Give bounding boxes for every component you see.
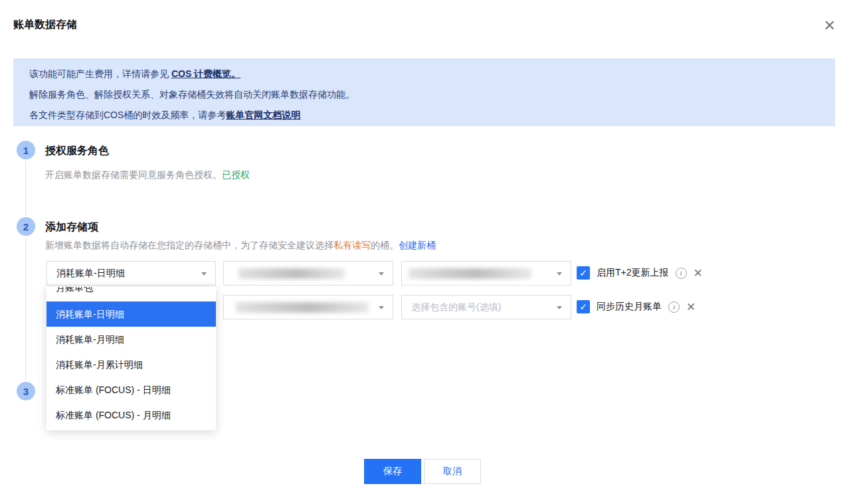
step-2-desc-suffix: 的桶。	[371, 240, 399, 250]
dropdown-option[interactable]: 消耗账单-月累计明细	[47, 352, 216, 377]
step-2-title: 添加存储项	[45, 220, 98, 234]
cos-billing-link[interactable]: COS 计费概览。	[171, 68, 240, 79]
chevron-down-icon	[557, 306, 562, 309]
bill-type-dropdown-panel: 月账单包 消耗账单-日明细 消耗账单-月明细 消耗账单-月累计明细 标准账单 (…	[47, 287, 216, 430]
cancel-button[interactable]: 取消	[424, 459, 481, 484]
account-select-row2[interactable]: 选择包含的账号(选填)	[401, 295, 571, 319]
save-button[interactable]: 保存	[364, 459, 421, 484]
banner-line3-text: 各文件类型存储到COS桶的时效及频率，请参考	[29, 110, 226, 120]
check-icon: ✓	[579, 268, 587, 278]
dropdown-option-partial[interactable]: 月账单包	[47, 287, 216, 301]
step-connector-1	[25, 161, 26, 216]
check-icon: ✓	[579, 301, 587, 312]
banner-line-1: 该功能可能产生费用，详情请参见 COS 计费概览。	[29, 64, 819, 84]
step-2-badge: 2	[17, 217, 35, 236]
banner-line-3: 各文件类型存储到COS桶的时效及频率，请参考账单官网文档说明	[29, 105, 819, 126]
step-connector-2	[25, 238, 26, 380]
chevron-down-icon	[201, 272, 207, 276]
info-banner: 该功能可能产生费用，详情请参见 COS 计费概览。 解除服务角色、解除授权关系、…	[13, 58, 835, 126]
private-rw-highlight: 私有读写	[333, 240, 371, 250]
bill-type-select[interactable]: 消耗账单-日明细	[47, 261, 216, 286]
dropdown-option-label: 月账单包	[56, 287, 93, 300]
sync-history-label: 同步历史月账单	[597, 301, 662, 313]
bill-docs-link[interactable]: 账单官网文档说明	[226, 110, 300, 120]
remove-row-icon[interactable]: ✕	[686, 301, 696, 313]
censored-account-name	[409, 268, 531, 279]
t2-update-check-row: ✓ 启用T+2更新上报 i ✕	[577, 266, 703, 280]
dropdown-option[interactable]: 标准账单 (FOCUS) - 月明细	[47, 402, 216, 428]
sync-history-checkbox[interactable]: ✓	[577, 300, 590, 313]
bill-data-storage-modal: 账单数据存储 ✕ 该功能可能产生费用，详情请参见 COS 计费概览。 解除服务角…	[0, 0, 853, 504]
dropdown-option[interactable]: 消耗账单-月明细	[47, 327, 216, 352]
step-1-title: 授权服务角色	[45, 144, 109, 158]
step-3-badge: 3	[17, 382, 35, 400]
account-select-row1[interactable]	[401, 261, 571, 286]
page-title: 账单数据存储	[13, 18, 77, 32]
step-1-desc-text: 开启账单数据存储需要同意服务角色授权。	[45, 169, 222, 180]
authorized-status: 已授权	[222, 169, 250, 180]
step-2-description: 新增账单数据将自动存储在您指定的存储桶中，为了存储安全建议选择私有读写的桶。创建…	[45, 240, 436, 252]
bucket-select-row1[interactable]	[223, 261, 393, 286]
step-2-desc-text: 新增账单数据将自动存储在您指定的存储桶中，为了存储安全建议选择	[45, 240, 333, 250]
t2-update-checkbox[interactable]: ✓	[577, 266, 590, 280]
censored-bucket-name	[236, 302, 369, 313]
create-bucket-link[interactable]: 创建新桶	[399, 240, 436, 250]
banner-line-2: 解除服务角色、解除授权关系、对象存储桶失效将自动关闭账单数据存储功能。	[29, 84, 819, 105]
info-icon[interactable]: i	[668, 301, 680, 313]
chevron-down-icon	[379, 306, 384, 309]
t2-update-label: 启用T+2更新上报	[597, 267, 669, 279]
bill-type-value: 消耗账单-日明细	[56, 268, 125, 280]
dropdown-option-selected[interactable]: 消耗账单-日明细	[47, 301, 216, 327]
close-icon[interactable]: ✕	[824, 19, 836, 33]
step-1-badge: 1	[17, 141, 35, 159]
censored-bucket-name	[238, 268, 345, 279]
bucket-select-row2[interactable]	[223, 295, 393, 319]
step-1-description: 开启账单数据存储需要同意服务角色授权。已授权	[45, 169, 250, 181]
dropdown-option[interactable]: 标准账单 (FOCUS) - 日明细	[47, 377, 216, 402]
sync-history-check-row: ✓ 同步历史月账单 i ✕	[577, 300, 696, 313]
account-select-placeholder: 选择包含的账号(选填)	[411, 301, 501, 313]
remove-row-icon[interactable]: ✕	[694, 268, 703, 279]
chevron-down-icon	[379, 272, 384, 276]
info-icon[interactable]: i	[676, 268, 687, 279]
banner-line1-text: 该功能可能产生费用，详情请参见	[29, 68, 171, 79]
chevron-down-icon	[557, 272, 562, 276]
